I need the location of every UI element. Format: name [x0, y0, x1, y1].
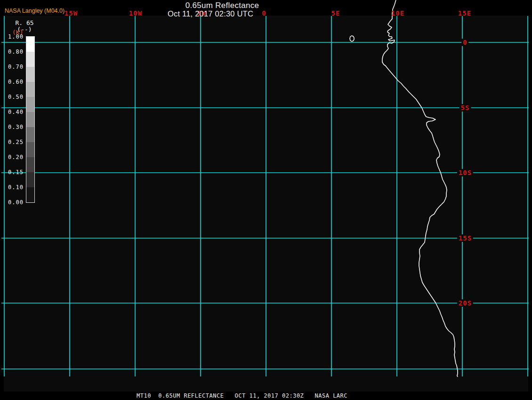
footer-caption: MT10 0.65UM REFLECTANCE OCT 11, 2017 02:… — [137, 392, 347, 399]
lat-label-0: 0 — [461, 39, 468, 46]
satellite-display-screen: NASA Langley (M04.0) 0.65um Reflectance … — [0, 0, 532, 400]
island-outline — [350, 36, 354, 41]
lon-label-10e: 10E — [391, 10, 404, 16]
lat-label-20s: 20S — [457, 299, 473, 307]
lon-label-15e: 15E — [458, 10, 471, 16]
legend-colorbar-segment — [26, 172, 34, 187]
legend-colorbar-segment — [26, 142, 34, 157]
legend-colorbar — [26, 36, 35, 203]
coastline-path — [382, 0, 458, 377]
legend-value: 0.60 — [5, 79, 24, 85]
lat-label-10s: 10S — [457, 169, 473, 176]
legend-colorbar-segment — [26, 37, 34, 52]
brand-text: NASA Langley (M04.0) — [5, 8, 64, 14]
lon-label-5e: 5E — [331, 10, 340, 16]
lat-label-5s: 5S — [459, 104, 471, 112]
legend-colorbar-segment — [26, 67, 34, 82]
legend-value: 0.50 — [5, 94, 24, 100]
timestamp-subtitle: Oct 11, 2017 02:30 UTC — [145, 9, 276, 18]
legend-colorbar-segment — [26, 112, 34, 127]
legend-colorbar-segment — [26, 97, 34, 112]
legend-colorbar-segment — [26, 82, 34, 97]
legend-value: 1.00 — [5, 33, 24, 40]
legend-colorbar-segment — [26, 52, 34, 67]
reflectance-legend: R. 65 (--) (K) 1.000.800.700.600.500.400… — [0, 18, 42, 211]
legend-value: 0.30 — [5, 124, 24, 130]
lon-label-15w: 15W — [64, 10, 78, 16]
legend-value: 0.40 — [5, 109, 24, 115]
page-title: 0.65um Reflectance — [156, 1, 288, 10]
legend-value: 0.15 — [5, 169, 24, 176]
legend-colorbar-segment — [26, 127, 34, 142]
legend-value: 0.25 — [5, 139, 24, 145]
legend-value: 0.00 — [5, 199, 24, 206]
legend-colorbar-segment — [26, 157, 34, 172]
lon-label-10w: 10W — [129, 10, 142, 16]
legend-value: 0.70 — [5, 64, 24, 70]
legend-value: 0.80 — [5, 48, 24, 55]
legend-colorbar-segment — [26, 187, 34, 202]
legend-title: R. 65 — [13, 19, 36, 26]
lat-label-15s: 15S — [457, 234, 473, 242]
legend-value: 0.10 — [5, 184, 24, 191]
legend-value: 0.20 — [5, 154, 24, 160]
map-svg — [0, 0, 532, 400]
